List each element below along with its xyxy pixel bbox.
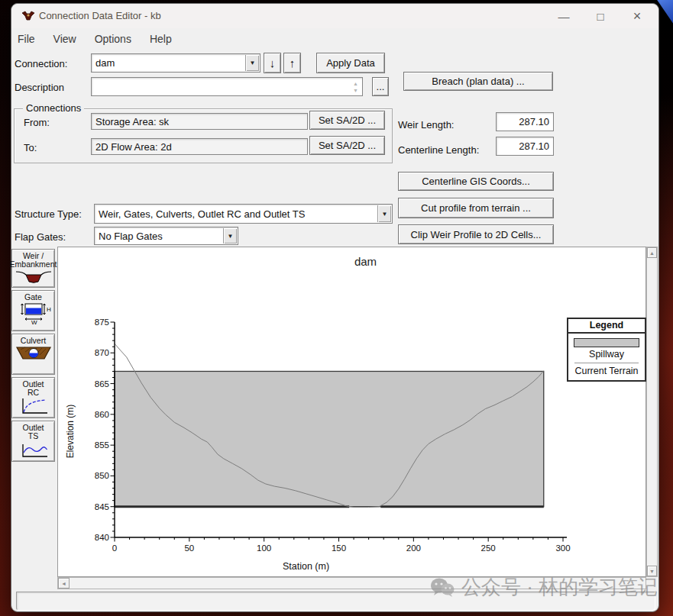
menu-file[interactable]: File — [18, 33, 35, 45]
svg-text:250: 250 — [481, 543, 496, 553]
svg-text:855: 855 — [95, 440, 109, 450]
scroll-left-icon[interactable]: ◄ — [58, 578, 70, 589]
cut-profile-from-terrain-button[interactable]: Cut profile from terrain ... — [398, 198, 554, 218]
wechat-icon — [429, 576, 455, 599]
close-button[interactable]: × — [619, 4, 655, 28]
svg-text:100: 100 — [257, 543, 271, 553]
flap-gates-combobox[interactable]: No Flap Gates ▼ — [94, 227, 238, 245]
watermark: 公众号 · 林的学习笔记 — [429, 574, 658, 601]
chevron-down-icon[interactable]: ▼ — [245, 55, 259, 71]
legend-spillway-label: Spillway — [568, 349, 645, 360]
description-label: Description — [15, 82, 64, 93]
connection-label: Connection: — [15, 58, 67, 69]
profile-chart: 8408458508558608658708750501001502002503… — [58, 247, 645, 576]
breach-plan-data-button[interactable]: Breach (plan data) ... — [403, 72, 553, 91]
svg-text:0: 0 — [112, 543, 117, 553]
connection-data-editor-window: Connection Data Editor - kb — □ × File V… — [11, 3, 659, 612]
svg-text:150: 150 — [332, 543, 346, 553]
apply-data-button[interactable]: Apply Data — [316, 53, 385, 73]
connection-value: dam — [95, 57, 115, 69]
to-label: To: — [24, 142, 37, 153]
culvert-button[interactable]: Culvert — [11, 334, 55, 375]
x-axis-label: Station (m) — [58, 561, 554, 572]
centerline-length-label: Centerline Length: — [398, 144, 479, 156]
chart-legend: Legend Spillway Current Terrain — [567, 318, 646, 382]
svg-text:840: 840 — [95, 533, 109, 542]
watermark-text: 公众号 · 林的学习笔记 — [461, 574, 658, 601]
connections-group-title: Connections — [23, 102, 84, 114]
flap-gates-label: Flap Gates: — [15, 231, 66, 243]
menu-view[interactable]: View — [53, 33, 76, 45]
description-spinner[interactable]: ▲ ▼ — [351, 80, 360, 94]
next-connection-button[interactable]: ↑ — [283, 53, 301, 73]
menu-help[interactable]: Help — [150, 33, 172, 45]
spinner-down-icon[interactable]: ▼ — [353, 87, 358, 94]
from-field: Storage Area: sk — [91, 113, 308, 130]
chevron-down-icon[interactable]: ▼ — [377, 205, 391, 222]
minimize-button[interactable]: — — [545, 4, 582, 28]
svg-text:870: 870 — [95, 348, 109, 357]
description-input[interactable]: ▲ ▼ — [91, 77, 363, 96]
terrain-line-swatch — [574, 363, 639, 363]
svg-text:875: 875 — [95, 318, 109, 327]
window-title: Connection Data Editor - kb — [39, 10, 161, 21]
set-sa2d-from-button[interactable]: Set SA/2D ... — [309, 111, 385, 130]
weir-embankment-button[interactable]: Weir / Embankment — [11, 249, 55, 288]
svg-text:W: W — [31, 319, 37, 324]
spinner-up-icon[interactable]: ▲ — [353, 80, 358, 87]
culvert-icon — [15, 345, 53, 362]
from-label: From: — [24, 117, 50, 128]
scroll-up-icon[interactable]: ▲ — [647, 247, 657, 258]
set-sa2d-to-button[interactable]: Set SA/2D ... — [309, 136, 385, 155]
svg-text:845: 845 — [95, 502, 109, 511]
svg-text:850: 850 — [95, 471, 109, 480]
svg-text:865: 865 — [95, 379, 109, 389]
menu-options[interactable]: Options — [95, 33, 131, 45]
gate-button[interactable]: Gate H W — [11, 290, 55, 331]
legend-title: Legend — [568, 319, 645, 334]
svg-text:H: H — [47, 306, 51, 313]
spillway-swatch — [574, 338, 639, 347]
legend-terrain-label: Current Terrain — [568, 366, 645, 376]
outlet-ts-icon — [16, 440, 51, 459]
outlet-rc-icon — [16, 397, 51, 415]
previous-connection-button[interactable]: ↓ — [264, 53, 281, 73]
weir-length-input[interactable]: 287.10 — [496, 112, 554, 131]
centerline-length-input[interactable]: 287.10 — [496, 137, 554, 156]
svg-text:300: 300 — [555, 543, 570, 553]
svg-text:200: 200 — [406, 543, 421, 553]
structure-type-label: Structure Type: — [15, 208, 82, 220]
gate-icon: H W — [15, 302, 53, 324]
outlet-ts-button[interactable]: Outlet TS — [11, 421, 55, 462]
svg-text:860: 860 — [95, 410, 109, 419]
title-bar: Connection Data Editor - kb — □ × — [11, 4, 658, 28]
app-icon — [21, 11, 35, 21]
chevron-down-icon[interactable]: ▼ — [223, 228, 237, 243]
centerline-gis-coords-button[interactable]: Centerline GIS Coords... — [398, 172, 554, 191]
maximize-button[interactable]: □ — [582, 4, 619, 28]
weir-length-label: Weir Length: — [398, 119, 454, 131]
clip-weir-profile-button[interactable]: Clip Weir Profile to 2D Cells... — [398, 224, 554, 244]
weir-profile-plot: dam 840845850855860865870875050100150200… — [57, 247, 646, 577]
connection-combobox[interactable]: dam ▼ — [91, 53, 260, 73]
svg-text:50: 50 — [184, 543, 194, 553]
y-axis-label: Elevation (m) — [65, 385, 76, 477]
structure-type-combobox[interactable]: Weir, Gates, Culverts, Outlet RC and Out… — [94, 204, 393, 224]
description-expand-button[interactable]: ... — [372, 77, 389, 96]
outlet-rc-button[interactable]: Outlet RC — [11, 377, 55, 418]
menu-bar: File View Options Help — [11, 28, 658, 50]
weir-embankment-icon — [15, 269, 53, 284]
vertical-scrollbar[interactable]: ▲ ▼ — [646, 247, 658, 577]
to-field: 2D Flow Area: 2d — [91, 138, 308, 155]
